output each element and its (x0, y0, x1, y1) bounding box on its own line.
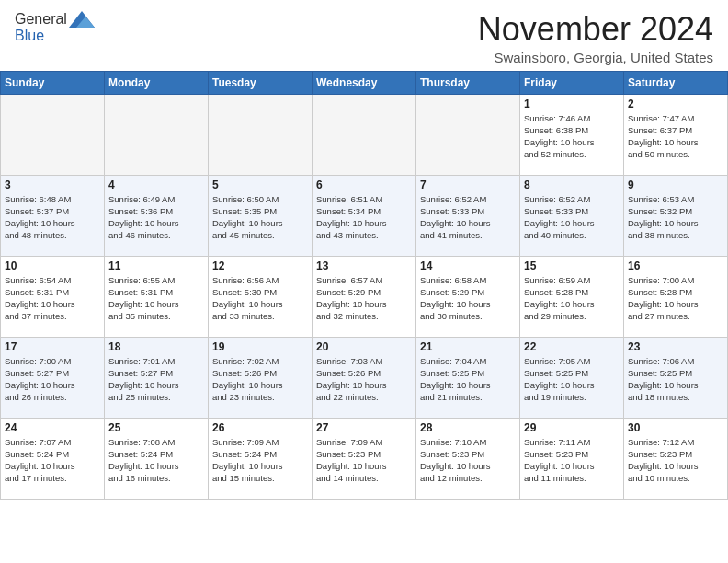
calendar-cell: 17Sunrise: 7:00 AM Sunset: 5:27 PM Dayli… (1, 337, 105, 418)
calendar-cell (209, 94, 313, 175)
calendar-cell: 6Sunrise: 6:51 AM Sunset: 5:34 PM Daylig… (313, 175, 416, 256)
day-info: Sunrise: 6:48 AM Sunset: 5:37 PM Dayligh… (5, 193, 100, 242)
day-info: Sunrise: 7:02 AM Sunset: 5:26 PM Dayligh… (212, 355, 308, 404)
weekday-header-thursday: Thursday (416, 71, 520, 94)
day-number: 6 (316, 178, 412, 191)
calendar-week-row: 1Sunrise: 7:46 AM Sunset: 6:38 PM Daylig… (1, 94, 728, 175)
day-number: 28 (420, 421, 516, 434)
day-number: 20 (316, 340, 412, 353)
day-info: Sunrise: 6:50 AM Sunset: 5:35 PM Dayligh… (212, 193, 308, 242)
day-info: Sunrise: 7:08 AM Sunset: 5:24 PM Dayligh… (108, 436, 204, 485)
calendar-cell: 5Sunrise: 6:50 AM Sunset: 5:35 PM Daylig… (209, 175, 313, 256)
header: General Blue November 2024 Swainsboro, G… (0, 0, 728, 71)
calendar-week-row: 3Sunrise: 6:48 AM Sunset: 5:37 PM Daylig… (1, 175, 728, 256)
day-number: 24 (5, 421, 100, 434)
calendar-cell: 21Sunrise: 7:04 AM Sunset: 5:25 PM Dayli… (416, 337, 520, 418)
calendar-cell: 14Sunrise: 6:58 AM Sunset: 5:29 PM Dayli… (416, 256, 520, 337)
calendar-cell: 18Sunrise: 7:01 AM Sunset: 5:27 PM Dayli… (105, 337, 209, 418)
day-info: Sunrise: 7:07 AM Sunset: 5:24 PM Dayligh… (5, 436, 100, 485)
day-number: 15 (524, 259, 620, 272)
day-info: Sunrise: 6:52 AM Sunset: 5:33 PM Dayligh… (524, 193, 620, 242)
day-number: 8 (524, 178, 620, 191)
calendar-cell (416, 94, 520, 175)
calendar-header-row: SundayMondayTuesdayWednesdayThursdayFrid… (1, 71, 728, 94)
day-info: Sunrise: 7:09 AM Sunset: 5:24 PM Dayligh… (212, 436, 308, 485)
logo-general-text: General (15, 11, 67, 28)
calendar-cell: 15Sunrise: 6:59 AM Sunset: 5:28 PM Dayli… (520, 256, 624, 337)
day-info: Sunrise: 7:04 AM Sunset: 5:25 PM Dayligh… (420, 355, 516, 404)
calendar-cell: 16Sunrise: 7:00 AM Sunset: 5:28 PM Dayli… (624, 256, 728, 337)
calendar-cell: 13Sunrise: 6:57 AM Sunset: 5:29 PM Dayli… (313, 256, 416, 337)
calendar-cell: 2Sunrise: 7:47 AM Sunset: 6:37 PM Daylig… (624, 94, 728, 175)
weekday-header-tuesday: Tuesday (209, 71, 313, 94)
day-number: 4 (108, 178, 204, 191)
day-number: 9 (628, 178, 723, 191)
day-number: 23 (628, 340, 723, 353)
day-number: 16 (628, 259, 723, 272)
day-info: Sunrise: 7:00 AM Sunset: 5:27 PM Dayligh… (5, 355, 100, 404)
calendar-cell: 24Sunrise: 7:07 AM Sunset: 5:24 PM Dayli… (1, 418, 105, 499)
logo-blue-text: Blue (15, 28, 44, 44)
day-number: 5 (212, 178, 308, 191)
month-title: November 2024 (478, 11, 713, 48)
day-info: Sunrise: 7:00 AM Sunset: 5:28 PM Dayligh… (628, 274, 723, 323)
day-info: Sunrise: 6:58 AM Sunset: 5:29 PM Dayligh… (420, 274, 516, 323)
day-info: Sunrise: 6:55 AM Sunset: 5:31 PM Dayligh… (108, 274, 204, 323)
day-info: Sunrise: 7:06 AM Sunset: 5:25 PM Dayligh… (628, 355, 723, 404)
day-info: Sunrise: 7:01 AM Sunset: 5:27 PM Dayligh… (108, 355, 204, 404)
day-number: 22 (524, 340, 620, 353)
day-info: Sunrise: 7:11 AM Sunset: 5:23 PM Dayligh… (524, 436, 620, 485)
weekday-header-saturday: Saturday (624, 71, 728, 94)
weekday-header-sunday: Sunday (1, 71, 105, 94)
calendar-cell: 10Sunrise: 6:54 AM Sunset: 5:31 PM Dayli… (1, 256, 105, 337)
day-number: 10 (5, 259, 100, 272)
location-title: Swainsboro, Georgia, United States (478, 50, 713, 65)
day-info: Sunrise: 6:52 AM Sunset: 5:33 PM Dayligh… (420, 193, 516, 242)
calendar-cell: 25Sunrise: 7:08 AM Sunset: 5:24 PM Dayli… (105, 418, 209, 499)
calendar-cell (105, 94, 209, 175)
day-number: 30 (628, 421, 723, 434)
day-number: 1 (524, 98, 620, 110)
day-info: Sunrise: 7:03 AM Sunset: 5:26 PM Dayligh… (316, 355, 412, 404)
title-block: November 2024 Swainsboro, Georgia, Unite… (478, 11, 713, 65)
day-number: 7 (420, 178, 516, 191)
day-number: 11 (108, 259, 204, 272)
logo: General Blue (15, 11, 95, 44)
calendar-cell: 28Sunrise: 7:10 AM Sunset: 5:23 PM Dayli… (416, 418, 520, 499)
calendar-cell: 30Sunrise: 7:12 AM Sunset: 5:23 PM Dayli… (624, 418, 728, 499)
day-number: 21 (420, 340, 516, 353)
day-info: Sunrise: 6:59 AM Sunset: 5:28 PM Dayligh… (524, 274, 620, 323)
weekday-header-wednesday: Wednesday (313, 71, 416, 94)
calendar-cell (1, 94, 105, 175)
calendar-cell: 20Sunrise: 7:03 AM Sunset: 5:26 PM Dayli… (313, 337, 416, 418)
calendar-cell: 22Sunrise: 7:05 AM Sunset: 5:25 PM Dayli… (520, 337, 624, 418)
day-number: 18 (108, 340, 204, 353)
day-info: Sunrise: 7:47 AM Sunset: 6:37 PM Dayligh… (628, 112, 723, 161)
calendar-cell: 23Sunrise: 7:06 AM Sunset: 5:25 PM Dayli… (624, 337, 728, 418)
weekday-header-friday: Friday (520, 71, 624, 94)
calendar-week-row: 24Sunrise: 7:07 AM Sunset: 5:24 PM Dayli… (1, 418, 728, 499)
day-info: Sunrise: 6:56 AM Sunset: 5:30 PM Dayligh… (212, 274, 308, 323)
day-info: Sunrise: 6:54 AM Sunset: 5:31 PM Dayligh… (5, 274, 100, 323)
calendar-cell: 27Sunrise: 7:09 AM Sunset: 5:23 PM Dayli… (313, 418, 416, 499)
calendar-cell: 11Sunrise: 6:55 AM Sunset: 5:31 PM Dayli… (105, 256, 209, 337)
day-number: 13 (316, 259, 412, 272)
day-number: 26 (212, 421, 308, 434)
day-number: 3 (5, 178, 100, 191)
day-info: Sunrise: 7:12 AM Sunset: 5:23 PM Dayligh… (628, 436, 723, 485)
day-number: 17 (5, 340, 100, 353)
day-number: 25 (108, 421, 204, 434)
weekday-header-monday: Monday (105, 71, 209, 94)
day-number: 27 (316, 421, 412, 434)
day-number: 14 (420, 259, 516, 272)
calendar-cell (313, 94, 416, 175)
day-info: Sunrise: 6:49 AM Sunset: 5:36 PM Dayligh… (108, 193, 204, 242)
calendar-cell: 4Sunrise: 6:49 AM Sunset: 5:36 PM Daylig… (105, 175, 209, 256)
calendar-cell: 7Sunrise: 6:52 AM Sunset: 5:33 PM Daylig… (416, 175, 520, 256)
day-info: Sunrise: 6:51 AM Sunset: 5:34 PM Dayligh… (316, 193, 412, 242)
day-number: 29 (524, 421, 620, 434)
day-info: Sunrise: 6:53 AM Sunset: 5:32 PM Dayligh… (628, 193, 723, 242)
calendar-cell: 12Sunrise: 6:56 AM Sunset: 5:30 PM Dayli… (209, 256, 313, 337)
calendar-week-row: 17Sunrise: 7:00 AM Sunset: 5:27 PM Dayli… (1, 337, 728, 418)
day-info: Sunrise: 7:05 AM Sunset: 5:25 PM Dayligh… (524, 355, 620, 404)
